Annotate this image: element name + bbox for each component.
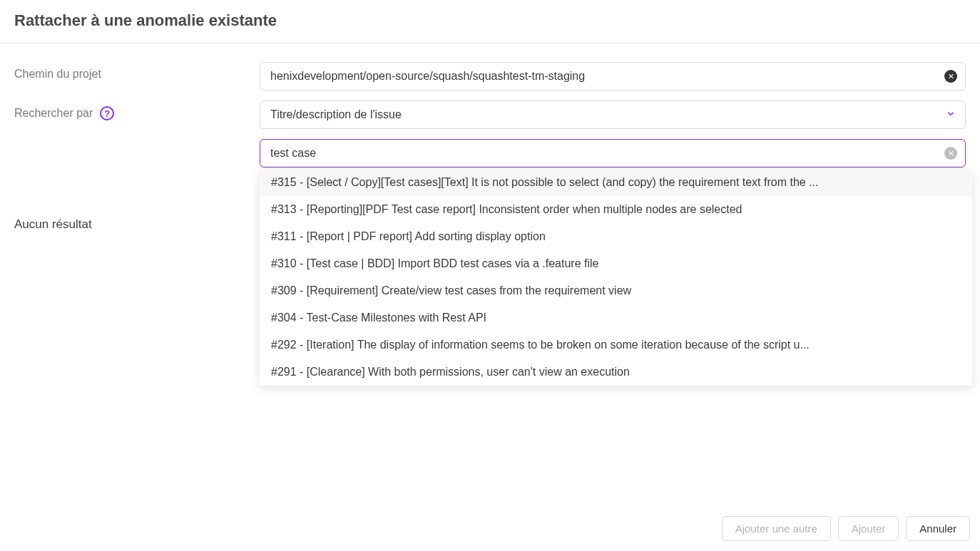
list-item[interactable]: #309 - [Requirement] Create/view test ca… [260, 277, 972, 304]
project-path-value: henixdevelopment/open-source/squash/squa… [270, 70, 585, 83]
search-by-label: Rechercher par [14, 107, 93, 120]
dialog-title: Rattacher à une anomalie existante [14, 11, 966, 30]
cancel-button[interactable]: Annuler [906, 516, 970, 541]
autocomplete-list[interactable]: #315 - [Select / Copy][Test cases][Text]… [260, 169, 972, 386]
search-by-control: Titre/description de l'issue [260, 101, 966, 129]
search-by-select[interactable]: Titre/description de l'issue [260, 101, 966, 129]
close-icon[interactable]: ✕ [944, 70, 957, 83]
list-item[interactable]: #310 - [Test case | BDD] Import BDD test… [260, 250, 972, 277]
dialog-footer: Ajouter une autre Ajouter Annuler [0, 506, 980, 551]
add-button[interactable]: Ajouter [838, 516, 899, 541]
list-item[interactable]: #313 - [Reporting][PDF Test case report]… [260, 196, 972, 223]
search-row: ✕ #315 - [Select / Copy][Test cases][Tex… [14, 139, 966, 168]
list-item[interactable]: #311 - [Report | PDF report] Add sorting… [260, 223, 972, 250]
project-path-label: Chemin du projet [14, 62, 260, 81]
dialog-header: Rattacher à une anomalie existante [0, 0, 980, 43]
form-area: Chemin du projet henixdevelopment/open-s… [0, 43, 980, 168]
search-by-value: Titre/description de l'issue [270, 108, 402, 121]
search-input[interactable] [260, 139, 966, 168]
list-item[interactable]: #304 - Test-Case Milestones with Rest AP… [260, 304, 972, 331]
list-item[interactable]: #291 - [Clearance] With both permissions… [260, 359, 972, 386]
autocomplete-dropdown: #315 - [Select / Copy][Test cases][Text]… [260, 169, 972, 386]
list-item[interactable]: #315 - [Select / Copy][Test cases][Text]… [260, 169, 972, 196]
list-item[interactable]: #292 - [Iteration] The display of inform… [260, 331, 972, 359]
search-spacer [14, 139, 260, 145]
project-path-control: henixdevelopment/open-source/squash/squa… [260, 62, 966, 91]
project-path-input[interactable]: henixdevelopment/open-source/squash/squa… [260, 62, 966, 91]
help-icon[interactable]: ? [100, 106, 114, 120]
project-path-row: Chemin du projet henixdevelopment/open-s… [14, 62, 966, 91]
add-another-button[interactable]: Ajouter une autre [722, 516, 831, 541]
search-control: ✕ #315 - [Select / Copy][Test cases][Tex… [260, 139, 966, 168]
search-by-label-wrap: Rechercher par ? [14, 101, 260, 120]
search-by-row: Rechercher par ? Titre/description de l'… [14, 101, 966, 129]
clear-search-icon[interactable]: ✕ [944, 147, 957, 160]
